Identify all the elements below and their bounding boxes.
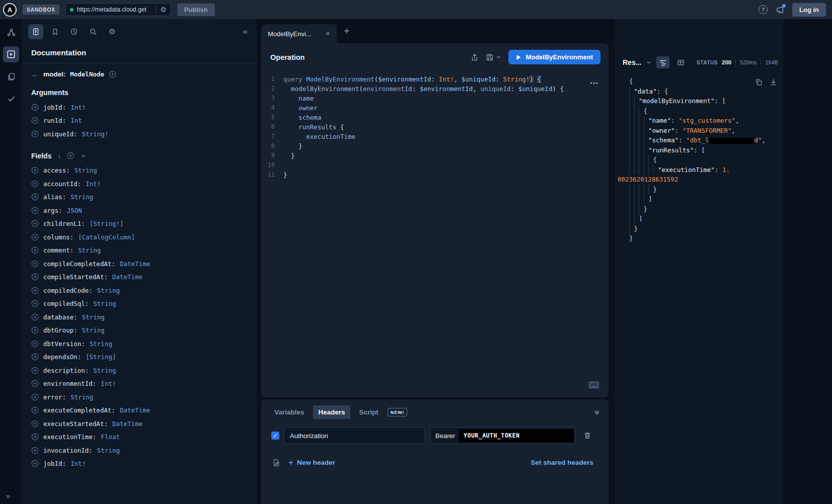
doc-field-row[interactable]: childrenL1:[String!] bbox=[22, 217, 257, 231]
doc-field-row[interactable]: compiledCode:String bbox=[22, 284, 257, 297]
login-button[interactable]: Log in bbox=[792, 3, 826, 17]
documentation-tab-icon[interactable] bbox=[28, 24, 43, 39]
new-header-button[interactable]: + New header bbox=[288, 458, 335, 467]
add-field-icon[interactable] bbox=[31, 273, 39, 281]
auth-token-value[interactable]: YOUR_AUTH_TOKEN bbox=[459, 429, 574, 442]
share-operation-icon[interactable] bbox=[471, 53, 479, 61]
doc-field-row[interactable]: description:String bbox=[22, 364, 257, 377]
add-field-icon[interactable] bbox=[31, 246, 39, 254]
collapse-panel-icon[interactable]: « bbox=[243, 27, 248, 37]
doc-field-row[interactable]: compiledSql:String bbox=[22, 297, 257, 311]
add-field-icon[interactable] bbox=[31, 220, 39, 227]
operation-tab[interactable]: ModelByEnvi... ✕ bbox=[261, 24, 337, 43]
tab-headers[interactable]: Headers bbox=[313, 405, 350, 419]
add-field-icon[interactable] bbox=[31, 406, 39, 414]
doc-field-row[interactable]: columns:[CatalogColumn] bbox=[22, 230, 257, 244]
doc-field-row[interactable]: comment:String bbox=[22, 244, 257, 258]
tab-variables[interactable]: Variables bbox=[269, 405, 309, 419]
apollo-logo[interactable]: A bbox=[3, 3, 17, 17]
add-field-icon[interactable] bbox=[31, 313, 39, 321]
help-icon[interactable]: ? bbox=[759, 5, 768, 14]
connection-settings-gear-icon[interactable]: ⚙ bbox=[160, 6, 167, 13]
response-chevron-icon[interactable] bbox=[646, 59, 652, 65]
breadcrumb-type[interactable]: ModelNode bbox=[70, 70, 104, 78]
endpoint-url[interactable]: https://metadata.cloud.get bbox=[77, 6, 146, 13]
doc-field-row[interactable]: access:String bbox=[22, 164, 257, 178]
explorer-icon[interactable] bbox=[3, 46, 19, 62]
doc-field-row[interactable]: error:String bbox=[22, 390, 257, 404]
download-response-icon[interactable] bbox=[770, 78, 777, 86]
sort-fields-icon[interactable]: ↓ bbox=[57, 152, 61, 159]
doc-field-row[interactable]: runId:Int bbox=[22, 114, 257, 128]
add-field-icon[interactable] bbox=[31, 326, 39, 334]
add-field-icon[interactable] bbox=[31, 367, 39, 374]
add-field-icon[interactable] bbox=[31, 460, 39, 467]
add-field-icon[interactable] bbox=[31, 447, 39, 454]
add-field-icon[interactable] bbox=[31, 380, 39, 387]
doc-field-row[interactable]: accountId:Int! bbox=[22, 177, 257, 191]
doc-field-row[interactable]: environmentId:Int! bbox=[22, 377, 257, 391]
keyboard-shortcuts-icon[interactable] bbox=[587, 381, 600, 389]
copy-response-icon[interactable] bbox=[755, 78, 763, 86]
fields-options-chevron-icon[interactable] bbox=[81, 153, 87, 159]
edit-raw-headers-icon[interactable] bbox=[272, 459, 280, 467]
set-shared-headers-link[interactable]: Set shared headers bbox=[531, 459, 593, 466]
doc-field-row[interactable]: args:JSON bbox=[22, 204, 257, 217]
add-field-icon[interactable] bbox=[31, 340, 39, 348]
publish-button[interactable]: Publish bbox=[177, 4, 215, 16]
back-arrow-icon[interactable]: ← bbox=[31, 70, 39, 78]
doc-field-row[interactable]: compileStartedAt:DateTime bbox=[22, 271, 257, 284]
add-field-icon[interactable] bbox=[31, 260, 39, 268]
add-field-icon[interactable] bbox=[31, 130, 39, 138]
close-tab-icon[interactable]: ✕ bbox=[326, 31, 330, 37]
add-field-icon[interactable] bbox=[31, 117, 39, 124]
history-icon[interactable] bbox=[66, 24, 82, 39]
collapse-bottom-panel-icon[interactable] bbox=[593, 409, 600, 416]
checks-icon[interactable] bbox=[3, 91, 19, 107]
doc-field-row[interactable]: dbtGroup:String bbox=[22, 324, 257, 338]
add-type-icon[interactable] bbox=[109, 70, 116, 78]
add-field-icon[interactable] bbox=[31, 166, 39, 174]
doc-field-row[interactable]: invocationId:String bbox=[22, 444, 257, 457]
tree-view-icon[interactable] bbox=[656, 56, 669, 68]
new-tab-icon[interactable]: + bbox=[344, 26, 350, 36]
expand-rail-icon[interactable]: » bbox=[0, 491, 10, 500]
doc-field-row[interactable]: executeCompletedAt:DateTime bbox=[22, 404, 257, 417]
add-field-icon[interactable] bbox=[31, 393, 39, 401]
add-field-icon[interactable] bbox=[31, 207, 39, 214]
delete-header-icon[interactable] bbox=[583, 432, 591, 440]
add-field-icon[interactable] bbox=[31, 433, 39, 441]
announcements-icon[interactable] bbox=[776, 6, 784, 14]
doc-field-row[interactable]: executionTime:Float bbox=[22, 431, 257, 444]
doc-field-row[interactable]: database:String bbox=[22, 310, 257, 324]
add-field-icon[interactable] bbox=[31, 353, 39, 361]
add-field-icon[interactable] bbox=[31, 287, 39, 294]
doc-field-row[interactable]: jobId:Int! bbox=[22, 457, 257, 471]
endpoint-url-bar[interactable]: https://metadata.cloud.get ⚙ bbox=[65, 3, 171, 16]
add-field-icon[interactable] bbox=[31, 420, 39, 428]
doc-field-row[interactable]: jobId:Int! bbox=[22, 101, 257, 114]
operation-menu-icon[interactable]: ••• bbox=[590, 79, 598, 87]
run-operation-button[interactable]: ModelByEnvironment bbox=[508, 50, 600, 64]
add-field-icon[interactable] bbox=[31, 300, 39, 307]
add-field-icon[interactable] bbox=[31, 104, 39, 111]
save-operation-icon[interactable] bbox=[486, 53, 501, 61]
doc-field-row[interactable]: alias:String bbox=[22, 191, 257, 204]
doc-field-row[interactable]: dependsOn:[String] bbox=[22, 351, 257, 364]
add-field-icon[interactable] bbox=[31, 193, 39, 201]
doc-field-row[interactable]: compileCompletedAt:DateTime bbox=[22, 257, 257, 271]
saved-operations-bookmark-icon[interactable] bbox=[47, 24, 62, 39]
settings-gear-icon[interactable]: ⚙ bbox=[105, 24, 120, 39]
doc-field-row[interactable]: dbtVersion:String bbox=[22, 337, 257, 351]
add-all-fields-icon[interactable] bbox=[67, 152, 74, 159]
header-key-input[interactable]: Authorization bbox=[284, 427, 425, 444]
header-enabled-checkbox[interactable]: ✓ bbox=[271, 432, 279, 440]
graphql-code-editor[interactable]: 1query ModelByEnvironment($environmentId… bbox=[261, 69, 609, 180]
doc-field-row[interactable]: executeStartedAt:DateTime bbox=[22, 417, 257, 431]
tab-script[interactable]: Script bbox=[354, 405, 384, 419]
header-value-input[interactable]: Bearer YOUR_AUTH_TOKEN bbox=[430, 427, 576, 444]
table-view-icon[interactable] bbox=[674, 56, 687, 68]
schema-graph-icon[interactable] bbox=[3, 24, 19, 40]
search-icon[interactable] bbox=[86, 24, 101, 39]
add-field-icon[interactable] bbox=[31, 233, 39, 241]
